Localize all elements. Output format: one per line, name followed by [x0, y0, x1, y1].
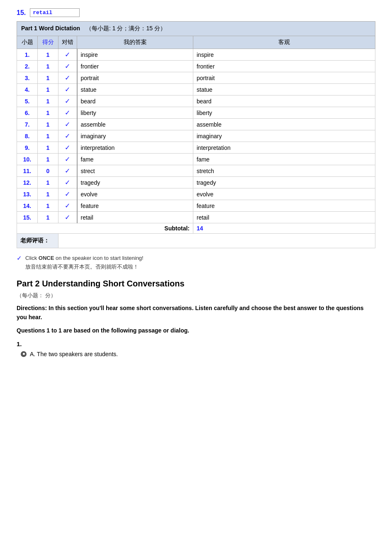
answer-option-a[interactable]: A. The two speakers are students.	[21, 351, 375, 357]
row-correct-answer: frontier	[193, 61, 375, 72]
row-check: ✓	[58, 61, 77, 72]
row-num: 14.	[17, 200, 38, 212]
row-my-answer: retail	[77, 212, 193, 223]
row-correct-answer: assemble	[193, 119, 375, 130]
row-score: 1	[38, 107, 58, 119]
table-row: 9. 1 ✓ interpretation interpretation	[17, 142, 375, 154]
row-score: 1	[38, 212, 58, 223]
row-check: ✓	[58, 200, 77, 212]
table-row: 6. 1 ✓ liberty liberty	[17, 107, 375, 119]
table-row: 10. 1 ✓ fame fame	[17, 154, 375, 165]
teacher-label: 老师评语：	[17, 234, 58, 248]
part2-section: Part 2 Understanding Short Conversations…	[17, 279, 375, 357]
row-correct-answer: beard	[193, 95, 375, 107]
notice-box: ✓ Click ONCE on the speaker icon to star…	[17, 254, 375, 271]
row-num: 3.	[17, 72, 38, 84]
table-row: 4. 1 ✓ statue statue	[17, 84, 375, 95]
radio-button-a[interactable]	[21, 351, 27, 357]
row-my-answer: statue	[77, 84, 193, 95]
notice-check-icon: ✓	[17, 254, 22, 262]
row-score: 1	[38, 61, 58, 72]
subtotal-row: Subtotal: 14	[17, 223, 375, 234]
part2-title: Part 2 Understanding Short Conversations	[17, 279, 375, 289]
row-check: ✓	[58, 142, 77, 154]
table-row: 7. 1 ✓ assemble assemble	[17, 119, 375, 130]
option-a-text: A. The two speakers are students.	[30, 351, 118, 357]
row-my-answer: evolve	[77, 188, 193, 200]
table-row: 8. 1 ✓ imaginary imaginary	[17, 130, 375, 142]
row-score: 1	[38, 154, 58, 165]
teacher-comment[interactable]	[58, 234, 375, 248]
table-row: 5. 1 ✓ beard beard	[17, 95, 375, 107]
row-num: 1.	[17, 49, 38, 61]
notice-text: Click ONCE on the speaker icon to start …	[25, 254, 144, 271]
row-correct-answer: inspire	[193, 49, 375, 61]
row-check: ✓	[58, 212, 77, 223]
row-my-answer: strect	[77, 165, 193, 177]
question-15-number: 15.	[17, 9, 26, 17]
part2-questions-range: Questions 1 to 1 are based on the follow…	[17, 326, 375, 335]
row-my-answer: frontier	[77, 61, 193, 72]
part2-question-number: 1.	[17, 340, 375, 347]
row-score: 1	[38, 95, 58, 107]
row-score: 1	[38, 84, 58, 95]
notice-bold: ONCE	[39, 255, 54, 261]
row-num: 13.	[17, 188, 38, 200]
row-num: 8.	[17, 130, 38, 142]
row-my-answer: assemble	[77, 119, 193, 130]
word-dictation-table: Part 1 Word Dictation （每小题: 1 分；满分：15 分）…	[17, 21, 375, 248]
row-score: 1	[38, 130, 58, 142]
row-check: ✓	[58, 119, 77, 130]
notice-line1-rest: on the speaker icon to start listening!	[56, 255, 144, 261]
row-num: 10.	[17, 154, 38, 165]
row-my-answer: fame	[77, 154, 193, 165]
row-score: 1	[38, 177, 58, 188]
row-score: 1	[38, 200, 58, 212]
table-score-note: （每小题: 1 分；满分：15 分）	[86, 25, 166, 32]
row-correct-answer: statue	[193, 84, 375, 95]
row-my-answer: tragedy	[77, 177, 193, 188]
row-correct-answer: tragedy	[193, 177, 375, 188]
question-15-header: 15. retail	[17, 8, 375, 17]
subtotal-value: 14	[193, 223, 375, 234]
table-row: 3. 1 ✓ portrait portrait	[17, 72, 375, 84]
row-num: 9.	[17, 142, 38, 154]
row-score: 1	[38, 142, 58, 154]
row-check: ✓	[58, 84, 77, 95]
row-correct-answer: evolve	[193, 188, 375, 200]
row-my-answer: feature	[77, 200, 193, 212]
part2-directions: Directions: In this section you'll hear …	[17, 303, 375, 322]
notice-line2: 放音结束前请不要离开本页。否则就听不成啦！	[25, 263, 144, 271]
row-check: ✓	[58, 72, 77, 84]
row-check: ✓	[58, 130, 77, 142]
row-score: 0	[38, 165, 58, 177]
subtotal-label: Subtotal:	[17, 223, 193, 234]
row-correct-answer: liberty	[193, 107, 375, 119]
row-correct-answer: imaginary	[193, 130, 375, 142]
table-row: 15. 1 ✓ retail retail	[17, 212, 375, 223]
row-my-answer: beard	[77, 95, 193, 107]
col-header-num: 小题	[17, 36, 38, 49]
row-correct-answer: interpretation	[193, 142, 375, 154]
row-check: ✓	[58, 95, 77, 107]
row-num: 12.	[17, 177, 38, 188]
row-correct-answer: retail	[193, 212, 375, 223]
row-check: ✓	[58, 154, 77, 165]
row-num: 2.	[17, 61, 38, 72]
part2-score-note: （每小题： 分）	[17, 292, 375, 299]
row-check: ✓	[58, 188, 77, 200]
table-row: 13. 1 ✓ evolve evolve	[17, 188, 375, 200]
table-row: 14. 1 ✓ feature feature	[17, 200, 375, 212]
row-my-answer: interpretation	[77, 142, 193, 154]
row-correct-answer: stretch	[193, 165, 375, 177]
row-check: ✓	[58, 177, 77, 188]
row-check: ✓	[58, 49, 77, 61]
row-num: 15.	[17, 212, 38, 223]
row-score: 1	[38, 72, 58, 84]
row-score: 1	[38, 188, 58, 200]
row-score: 1	[38, 49, 58, 61]
col-header-answer: 我的答案	[77, 36, 193, 49]
question-15-input[interactable]: retail	[30, 8, 80, 17]
table-row: 11. 0 ✓ strect stretch	[17, 165, 375, 177]
col-header-check: 对错	[58, 36, 77, 49]
